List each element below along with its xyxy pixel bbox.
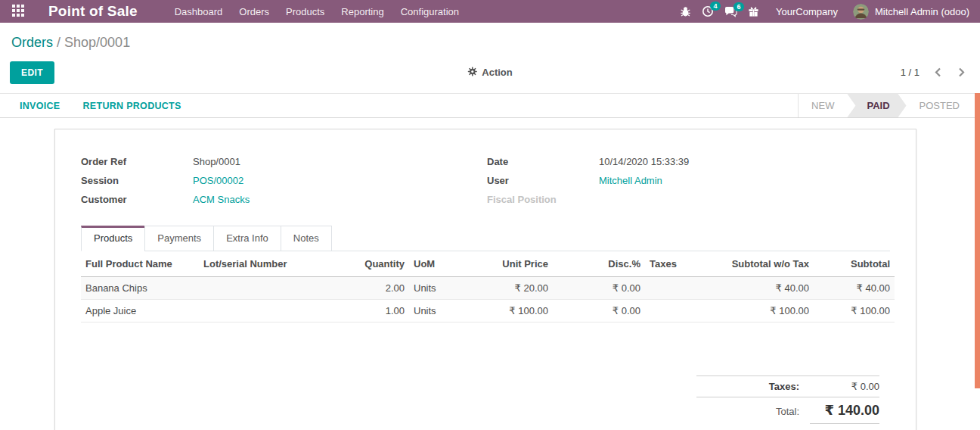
col-discount[interactable]: Disc.% [553, 251, 645, 277]
totals-taxes-row: Taxes: ₹ 0.00 [696, 375, 879, 397]
col-full-product-name[interactable]: Full Product Name [81, 251, 199, 277]
tab-extra-info[interactable]: Extra Info [213, 226, 281, 251]
pager: 1 / 1 [901, 67, 965, 78]
cell-taxes [645, 277, 719, 300]
products-table-header: Full Product Name Lot/serial Number Quan… [81, 251, 895, 277]
total-label: Total: [696, 406, 810, 417]
cell-lot [199, 277, 356, 300]
cell-product-name: Banana Chips [81, 277, 199, 300]
order-form-sheet: Order Ref Shop/0001 Session POS/00002 Cu… [54, 129, 916, 430]
field-label-session: Session [81, 176, 193, 186]
col-subtotal[interactable]: Subtotal [814, 251, 895, 277]
action-menu-button[interactable]: Action [467, 67, 512, 79]
nav-item-dashboard[interactable]: Dashboard [166, 0, 231, 23]
edit-button[interactable]: EDIT [10, 61, 54, 84]
field-value-customer-link[interactable]: ACM Snacks [193, 195, 250, 205]
pager-next-icon[interactable] [958, 67, 965, 77]
tab-payments[interactable]: Payments [144, 226, 214, 251]
nav-item-reporting[interactable]: Reporting [333, 0, 392, 23]
messages-badge: 6 [733, 2, 744, 11]
status-steps: NEW PAID POSTED [798, 94, 972, 117]
cell-disc: ₹ 0.00 [553, 277, 645, 300]
col-lot-serial[interactable]: Lot/serial Number [199, 251, 356, 277]
notebook-tabs: Products Payments Extra Info Notes [81, 226, 890, 251]
user-avatar [853, 4, 869, 20]
main-menu: Dashboard Orders Products Reporting Conf… [166, 0, 467, 23]
cell-subtotal-wo-tax: ₹ 100.00 [719, 300, 814, 322]
status-step-paid[interactable]: PAID [847, 94, 906, 117]
top-navbar: Point of Sale Dashboard Orders Products … [0, 0, 980, 23]
nav-item-products[interactable]: Products [278, 0, 333, 23]
cell-subtotal-wo-tax: ₹ 40.00 [719, 277, 814, 300]
pager-counter: 1 / 1 [901, 67, 920, 78]
cell-uom: Units [409, 300, 485, 322]
user-menu[interactable]: Mitchell Admin (odoo) [853, 4, 969, 20]
taxes-value: ₹ 0.00 [810, 381, 879, 392]
field-label-user: User [487, 176, 599, 186]
order-fields: Order Ref Shop/0001 Session POS/00002 Cu… [81, 157, 890, 213]
field-value-order-ref: Shop/0001 [193, 157, 240, 167]
breadcrumb-current: Shop/0001 [64, 35, 130, 50]
total-paid-value: ₹ 140.00 [810, 423, 879, 430]
cell-unit-price: ₹ 100.00 [485, 300, 553, 322]
field-label-customer: Customer [81, 195, 193, 205]
statusbar: INVOICE RETURN PRODUCTS NEW PAID POSTED [0, 93, 980, 118]
col-quantity[interactable]: Quantity [356, 251, 409, 277]
products-table: Full Product Name Lot/serial Number Quan… [81, 251, 895, 322]
breadcrumb-orders-link[interactable]: Orders [11, 35, 53, 50]
cell-unit-price: ₹ 20.00 [485, 277, 553, 300]
cell-subtotal: ₹ 100.00 [814, 300, 895, 322]
pager-previous-icon[interactable] [935, 67, 941, 77]
control-panel: EDIT Action 1 / 1 [0, 61, 980, 84]
field-label-date: Date [487, 157, 599, 167]
bug-icon[interactable] [680, 6, 691, 17]
gear-icon [467, 67, 477, 79]
field-value-session-link[interactable]: POS/00002 [193, 176, 243, 186]
user-name: Mitchell Admin (odoo) [875, 6, 969, 17]
cell-product-name: Apple Juice [81, 300, 199, 322]
side-scroll-strip[interactable] [975, 93, 980, 388]
totals-total-row: Total: ₹ 140.00 [696, 397, 879, 423]
table-row-banana-chips[interactable]: Banana Chips 2.00 Units ₹ 20.00 ₹ 0.00 ₹… [81, 277, 895, 300]
field-value-date: 10/14/2020 15:33:39 [599, 157, 689, 167]
tab-products[interactable]: Products [81, 226, 145, 251]
totals-paid-row: Total Paid (with rounding): ₹ 140.00 [696, 423, 879, 430]
company-switcher[interactable]: YourCompany [776, 6, 838, 17]
taxes-label: Taxes: [696, 381, 810, 392]
col-subtotal-wo-tax[interactable]: Subtotal w/o Tax [719, 251, 814, 277]
status-step-posted[interactable]: POSTED [907, 94, 972, 117]
field-label-fiscal-position: Fiscal Position [487, 195, 599, 205]
cell-qty: 1.00 [356, 300, 409, 322]
messages-chat-icon[interactable]: 6 [724, 6, 737, 17]
cell-qty: 2.00 [356, 277, 409, 300]
field-label-order-ref: Order Ref [81, 157, 193, 167]
total-value: ₹ 140.00 [810, 402, 879, 419]
gift-icon[interactable] [748, 6, 759, 17]
table-row-apple-juice[interactable]: Apple Juice 1.00 Units ₹ 100.00 ₹ 0.00 ₹… [81, 300, 895, 322]
activities-clock-icon[interactable]: 4 [702, 5, 714, 17]
activities-badge: 4 [710, 2, 721, 11]
action-menu-label: Action [482, 67, 512, 78]
col-taxes[interactable]: Taxes [645, 251, 719, 277]
order-totals: Taxes: ₹ 0.00 Total: ₹ 140.00 Total Paid… [696, 375, 879, 430]
field-value-user-link[interactable]: Mitchell Admin [599, 176, 662, 186]
tab-notes[interactable]: Notes [281, 226, 332, 251]
status-step-new[interactable]: NEW [799, 94, 847, 117]
breadcrumb: Orders / Shop/0001 [0, 23, 980, 51]
return-products-button[interactable]: RETURN PRODUCTS [83, 101, 181, 111]
cell-uom: Units [409, 277, 485, 300]
nav-item-configuration[interactable]: Configuration [392, 0, 467, 23]
cell-subtotal: ₹ 40.00 [814, 277, 895, 300]
nav-item-orders[interactable]: Orders [231, 0, 278, 23]
apps-grid-icon[interactable] [12, 5, 26, 18]
invoice-button[interactable]: INVOICE [20, 101, 60, 111]
app-title[interactable]: Point of Sale [48, 3, 138, 20]
breadcrumb-separator: / [57, 35, 64, 50]
cell-lot [199, 300, 356, 322]
cell-taxes [645, 300, 719, 322]
col-unit-price[interactable]: Unit Price [485, 251, 553, 277]
cell-disc: ₹ 0.00 [553, 300, 645, 322]
col-uom[interactable]: UoM [409, 251, 485, 277]
